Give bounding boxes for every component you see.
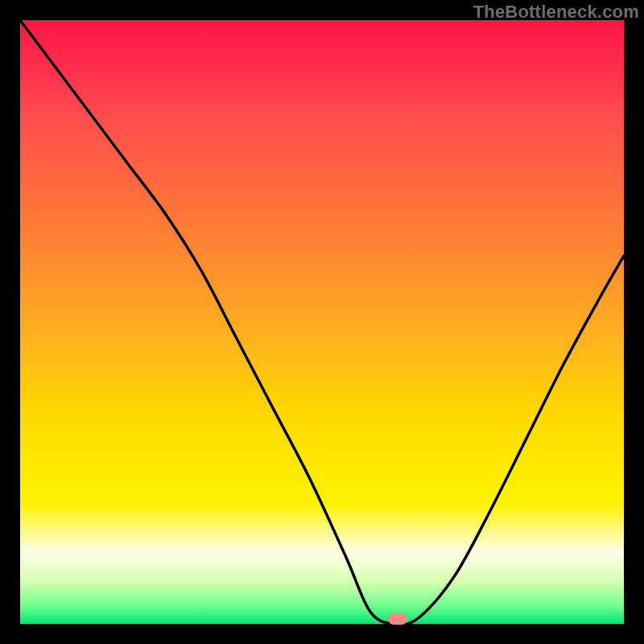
- gradient-plot-area: [20, 20, 624, 624]
- optimal-point-marker: [388, 613, 407, 625]
- watermark-text: TheBottleneck.com: [473, 2, 639, 23]
- chart-frame: TheBottleneck.com: [0, 0, 644, 644]
- bottleneck-curve: [20, 20, 624, 624]
